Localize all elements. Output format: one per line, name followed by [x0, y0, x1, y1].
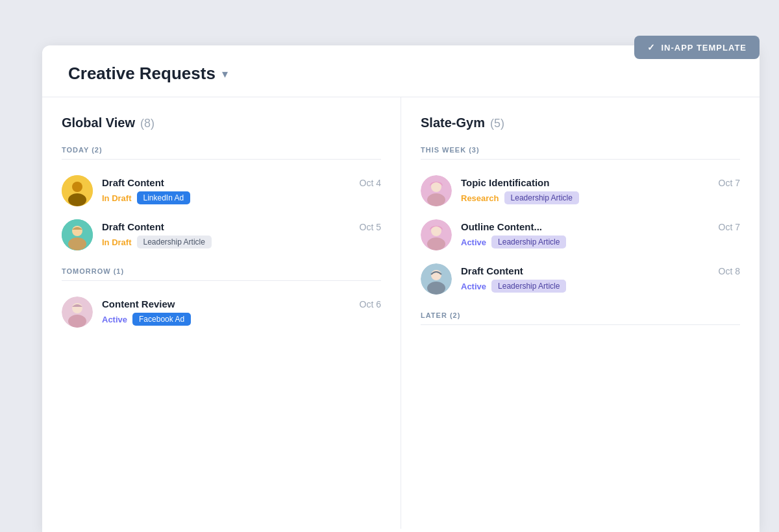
global-view-title: Global View: [62, 115, 135, 130]
svg-point-11: [427, 193, 445, 206]
tomorrow-divider: [62, 280, 381, 281]
svg-point-2: [68, 193, 86, 206]
status-badge: Active: [102, 315, 127, 324]
task-info: Draft Content Oct 5 In Draft Leadership …: [102, 221, 381, 248]
global-view-count: (8): [140, 117, 155, 130]
main-card: Creative Requests ▾ Global View (8) TODA…: [42, 45, 760, 532]
avatar-image: [421, 219, 452, 250]
task-date: Oct 7: [719, 178, 740, 188]
this-week-divider: [421, 159, 740, 160]
svg-point-8: [68, 315, 86, 328]
status-badge: Active: [461, 237, 486, 247]
tag-badge: LinkedIn Ad: [137, 191, 191, 204]
avatar: [62, 175, 93, 206]
task-bottom: In Draft LinkedIn Ad: [102, 191, 381, 204]
status-badge: In Draft: [102, 193, 132, 203]
later-section: LATER (2): [421, 311, 740, 325]
task-name: Draft Content: [102, 177, 164, 188]
check-icon: ✓: [647, 42, 656, 53]
task-date: Oct 7: [719, 222, 740, 232]
global-view-header: Global View (8): [62, 115, 381, 130]
task-bottom: Active Leadership Article: [461, 280, 740, 293]
list-item[interactable]: Draft Content Oct 8 Active Leadership Ar…: [421, 257, 740, 301]
task-info: Content Review Oct 6 Active Facebook Ad: [102, 298, 381, 326]
task-info: Outline Content... Oct 7 Active Leadersh…: [461, 221, 740, 248]
svg-point-17: [427, 282, 445, 295]
avatar: [62, 296, 93, 328]
task-name: Outline Content...: [461, 221, 542, 232]
task-bottom: Active Leadership Article: [461, 236, 740, 248]
avatar-image: [421, 263, 452, 295]
svg-point-14: [427, 237, 445, 250]
later-divider: [421, 324, 740, 325]
list-item[interactable]: Outline Content... Oct 7 Active Leadersh…: [421, 213, 740, 257]
task-name: Draft Content: [461, 265, 523, 276]
task-top: Draft Content Oct 8: [461, 265, 740, 276]
task-info: Topic Identification Oct 7 Research Lead…: [461, 177, 740, 204]
avatar-image: [62, 296, 93, 328]
task-top: Outline Content... Oct 7: [461, 221, 740, 232]
avatar: [421, 219, 452, 250]
task-info: Draft Content Oct 8 Active Leadership Ar…: [461, 265, 740, 293]
task-bottom: Research Leadership Article: [461, 191, 740, 204]
page-title: Creative Requests: [68, 64, 216, 84]
avatar-image: [421, 175, 452, 206]
today-divider: [62, 159, 381, 160]
task-date: Oct 5: [360, 222, 381, 232]
task-top: Draft Content Oct 4: [102, 177, 381, 188]
avatar-image: [62, 175, 93, 206]
dropdown-arrow-icon[interactable]: ▾: [222, 67, 228, 81]
task-name: Topic Identification: [461, 177, 549, 188]
status-badge: In Draft: [102, 237, 132, 247]
task-bottom: Active Facebook Ad: [102, 313, 381, 326]
list-item[interactable]: Content Review Oct 6 Active Facebook Ad: [62, 290, 381, 334]
today-section: TODAY (2) Draft Content Oct: [62, 146, 381, 257]
task-bottom: In Draft Leadership Article: [102, 236, 381, 248]
list-item[interactable]: Draft Content Oct 5 In Draft Leadership …: [62, 213, 381, 257]
task-top: Topic Identification Oct 7: [461, 177, 740, 188]
inapp-badge-label: IN-APP TEMPLATE: [661, 43, 747, 53]
tomorrow-label: TOMORROW (1): [62, 267, 381, 275]
slate-gym-title: Slate-Gym: [421, 115, 485, 130]
list-item[interactable]: Draft Content Oct 4 In Draft LinkedIn Ad: [62, 169, 381, 213]
global-view-column: Global View (8) TODAY (2): [42, 97, 401, 529]
task-info: Draft Content Oct 4 In Draft LinkedIn Ad: [102, 177, 381, 204]
task-date: Oct 4: [360, 178, 381, 188]
slate-gym-count: (5): [490, 117, 504, 130]
later-label: LATER (2): [421, 311, 740, 319]
slate-gym-header: Slate-Gym (5): [421, 115, 740, 130]
tag-badge: Leadership Article: [491, 280, 566, 293]
task-name: Draft Content: [102, 221, 164, 232]
task-name: Content Review: [102, 298, 175, 309]
task-top: Draft Content Oct 5: [102, 221, 381, 232]
tag-badge: Leadership Article: [137, 236, 212, 248]
task-date: Oct 6: [360, 299, 381, 309]
tag-badge: Leadership Article: [491, 236, 566, 248]
this-week-section: THIS WEEK (3) Topic Identi: [421, 146, 740, 301]
task-date: Oct 8: [719, 266, 740, 276]
avatar: [421, 263, 452, 295]
task-top: Content Review Oct 6: [102, 298, 381, 309]
svg-point-1: [72, 182, 82, 192]
tag-badge: Leadership Article: [504, 191, 579, 204]
slate-gym-column: Slate-Gym (5) THIS WEEK (3): [401, 97, 760, 529]
avatar: [62, 219, 93, 250]
status-badge: Research: [461, 193, 499, 203]
tag-badge: Facebook Ad: [132, 313, 191, 326]
columns-container: Global View (8) TODAY (2): [42, 97, 760, 529]
today-label: TODAY (2): [62, 146, 381, 154]
svg-point-5: [68, 237, 86, 250]
this-week-label: THIS WEEK (3): [421, 146, 740, 154]
inapp-template-badge: ✓ IN-APP TEMPLATE: [634, 36, 760, 59]
avatar-image: [62, 219, 93, 250]
avatar: [421, 175, 452, 206]
list-item[interactable]: Topic Identification Oct 7 Research Lead…: [421, 169, 740, 213]
tomorrow-section: TOMORROW (1) Content Revie: [62, 267, 381, 334]
status-badge: Active: [461, 282, 486, 291]
